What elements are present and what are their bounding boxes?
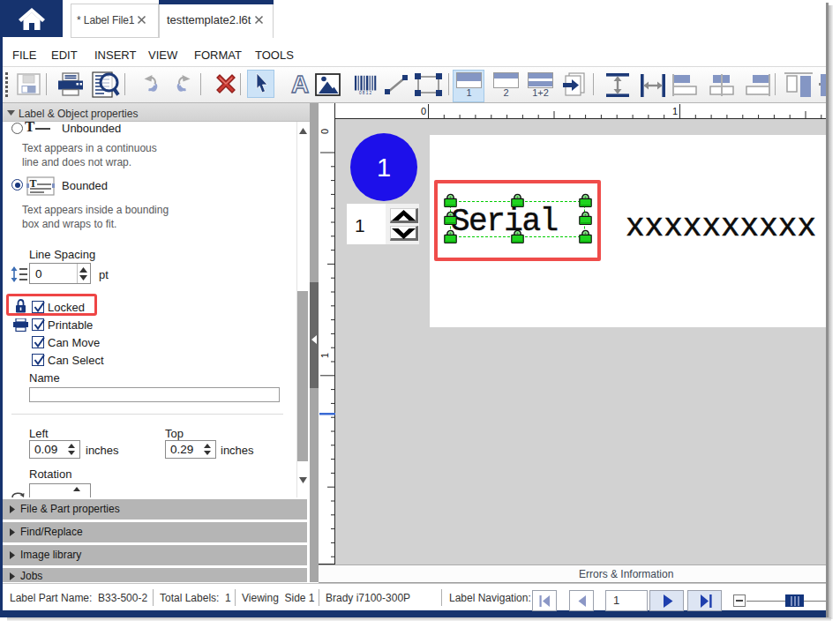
svg-text:A: A [291,73,309,96]
svg-text:0: 0 [421,106,426,116]
svg-text:1: 1 [319,353,330,358]
svg-text:0 8 1 2: 0 8 1 2 [359,91,372,95]
svg-text:0: 0 [319,129,330,134]
svg-text:T: T [25,119,35,133]
svg-text:T: T [30,177,37,190]
svg-text:1: 1 [672,106,678,116]
